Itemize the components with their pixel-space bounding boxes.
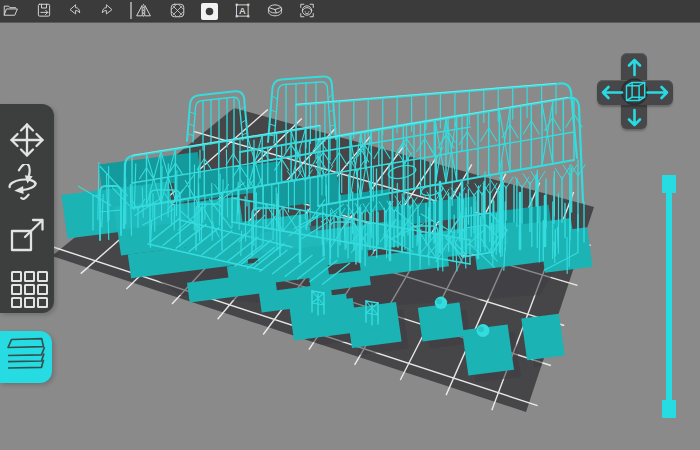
svg-text:A: A (239, 6, 246, 16)
